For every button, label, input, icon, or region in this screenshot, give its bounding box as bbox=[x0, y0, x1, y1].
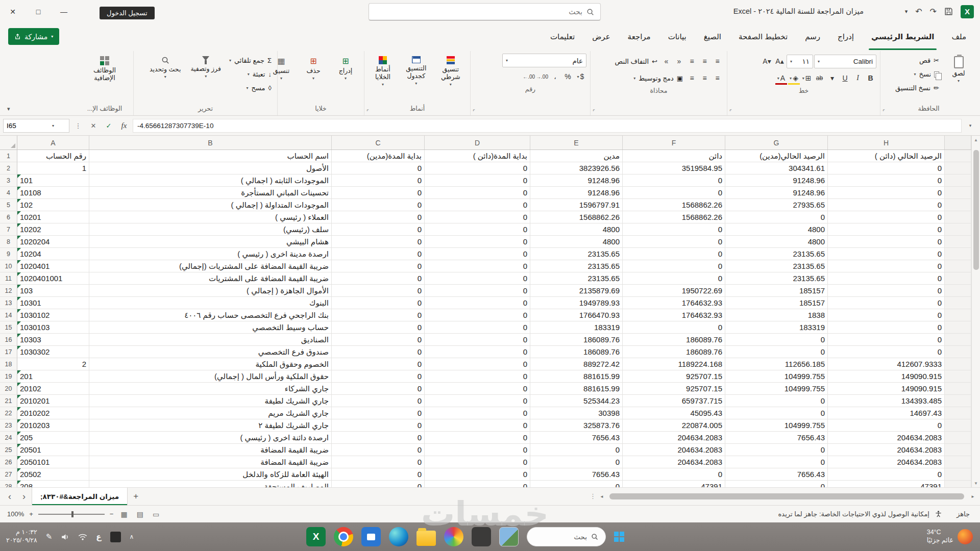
cell-partial-22[interactable] bbox=[945, 407, 971, 419]
row-header-3[interactable]: 3 bbox=[0, 174, 17, 187]
column-header-partial[interactable] bbox=[945, 136, 971, 149]
cell-partial-21[interactable] bbox=[945, 395, 971, 407]
dialog-launcher-icon[interactable]: › bbox=[472, 107, 477, 112]
cell-D12[interactable]: 0 bbox=[425, 285, 530, 297]
cell-A6[interactable]: 10201 bbox=[17, 211, 89, 223]
cell-B25[interactable]: ضريبة القيمة المضافة bbox=[89, 444, 332, 456]
cell-partial-2[interactable] bbox=[945, 162, 971, 174]
row-header-6[interactable]: 6 bbox=[0, 211, 17, 223]
cell-A25[interactable]: 20501 bbox=[17, 444, 89, 456]
cell-A7[interactable]: 10202 bbox=[17, 223, 89, 236]
speaker-icon[interactable] bbox=[61, 533, 69, 541]
cell-partial-1[interactable] bbox=[945, 150, 971, 162]
cell-F25[interactable]: 204634.2083 bbox=[623, 444, 725, 456]
row-header-9[interactable]: 9 bbox=[0, 248, 17, 260]
cell-D9[interactable]: 0 bbox=[425, 248, 530, 260]
chevron-down-icon[interactable]: ▾ bbox=[826, 71, 838, 85]
cell-partial-26[interactable] bbox=[945, 456, 971, 468]
cell-F19[interactable]: 925707.15 bbox=[623, 370, 725, 383]
taskbar-chrome-icon[interactable] bbox=[334, 527, 353, 546]
cell-D26[interactable]: 0 bbox=[425, 456, 530, 468]
cell-H1[interactable]: الرصيد الحالي (دائن ) bbox=[828, 150, 945, 162]
cell-A23[interactable]: 2010203 bbox=[17, 419, 89, 432]
cell-A8[interactable]: 1020204 bbox=[17, 236, 89, 248]
cell-A9[interactable]: 10204 bbox=[17, 248, 89, 260]
cell-C6[interactable]: 0 bbox=[332, 211, 425, 223]
taskbar-search[interactable]: بحث bbox=[527, 527, 606, 546]
cell-partial-4[interactable] bbox=[945, 187, 971, 199]
cell-G17[interactable]: 0 bbox=[725, 346, 828, 358]
row-header-25[interactable]: 25 bbox=[0, 444, 17, 456]
cell-partial-17[interactable] bbox=[945, 346, 971, 358]
strikethrough-button[interactable]: ab bbox=[814, 71, 825, 85]
cell-D25[interactable]: 0 bbox=[425, 444, 530, 456]
cell-A16[interactable]: 10303 bbox=[17, 334, 89, 346]
cell-G11[interactable]: 23135.65 bbox=[725, 272, 828, 285]
wrap-text-button[interactable]: ↩ التفاف النص bbox=[613, 55, 659, 68]
cell-G14[interactable]: 1838 bbox=[725, 309, 828, 321]
cell-D15[interactable]: 0 bbox=[425, 321, 530, 334]
cell-B17[interactable]: صندوق فرع التخصصي bbox=[89, 346, 332, 358]
scrollbar-splitter-icon[interactable]: ⋮ bbox=[590, 492, 596, 500]
cell-E2[interactable]: 3823926.56 bbox=[530, 162, 623, 174]
cell-partial-16[interactable] bbox=[945, 334, 971, 346]
cell-B1[interactable]: اسم الحساب bbox=[89, 150, 332, 162]
cell-B7[interactable]: سلف (رئيسي) bbox=[89, 223, 332, 236]
cell-B6[interactable]: العملاء ( رئيسي ) bbox=[89, 211, 332, 223]
cell-B28[interactable]: المصاريف المستحقة bbox=[89, 481, 332, 487]
cell-A18[interactable]: 2 bbox=[17, 358, 89, 370]
add-sheet-button[interactable]: + bbox=[129, 489, 143, 504]
row-header-20[interactable]: 20 bbox=[0, 383, 17, 395]
cell-H23[interactable]: 0 bbox=[828, 419, 945, 432]
cell-F8[interactable]: 0 bbox=[623, 236, 725, 248]
cell-B12[interactable]: الأموال الجاهزة ( إجمالي ) bbox=[89, 285, 332, 297]
tab-4[interactable]: تخطيط الصفحة bbox=[730, 23, 796, 50]
tab-0[interactable]: ملف bbox=[943, 23, 975, 50]
cell-C14[interactable]: 0 bbox=[332, 309, 425, 321]
cell-E15[interactable]: 183319 bbox=[530, 321, 623, 334]
cell-B3[interactable]: الموجودات الثابته ( اجمالي ) bbox=[89, 174, 332, 187]
cell-D20[interactable]: 0 bbox=[425, 383, 530, 395]
cell-E8[interactable]: 4800 bbox=[530, 236, 623, 248]
cell-E3[interactable]: 91248.96 bbox=[530, 174, 623, 187]
cell-H6[interactable]: 0 bbox=[828, 211, 945, 223]
cell-C24[interactable]: 0 bbox=[332, 432, 425, 444]
cell-E16[interactable]: 186089.76 bbox=[530, 334, 623, 346]
cell-C16[interactable]: 0 bbox=[332, 334, 425, 346]
cell-B27[interactable]: الهيئة العامة للزكاه والدلخل bbox=[89, 468, 332, 481]
cell-B20[interactable]: جاري الشركاء bbox=[89, 383, 332, 395]
row-header-19[interactable]: 19 bbox=[0, 370, 17, 383]
cell-F12[interactable]: 1950722.69 bbox=[623, 285, 725, 297]
expand-formula-bar-icon[interactable]: ▾ bbox=[964, 119, 977, 133]
cell-G6[interactable]: 0 bbox=[725, 211, 828, 223]
tab-7[interactable]: مراجعة bbox=[619, 23, 659, 50]
row-header-23[interactable]: 23 bbox=[0, 419, 17, 432]
scroll-right-icon[interactable]: ► bbox=[971, 494, 975, 499]
titlebar-search[interactable] bbox=[369, 3, 601, 20]
cell-A2[interactable]: 1 bbox=[17, 162, 89, 174]
tab-3[interactable]: رسم bbox=[796, 23, 829, 50]
cell-B13[interactable]: البنوك bbox=[89, 297, 332, 309]
row-header-22[interactable]: 22 bbox=[0, 407, 17, 419]
underline-button[interactable]: U bbox=[839, 71, 851, 85]
next-sheet-icon[interactable]: › bbox=[17, 491, 31, 502]
cell-F24[interactable]: 204634.2083 bbox=[623, 432, 725, 444]
row-header-10[interactable]: 10 bbox=[0, 260, 17, 272]
cell-C4[interactable]: 0 bbox=[332, 187, 425, 199]
cell-C12[interactable]: 0 bbox=[332, 285, 425, 297]
cell-F21[interactable]: 659737.715 bbox=[623, 395, 725, 407]
cell-E28[interactable]: 0 bbox=[530, 481, 623, 487]
cell-E9[interactable]: 23135.65 bbox=[530, 248, 623, 260]
cell-C1[interactable]: بداية المدة(مدين) bbox=[332, 150, 425, 162]
cell-A10[interactable]: 1020401 bbox=[17, 260, 89, 272]
row-header-4[interactable]: 4 bbox=[0, 187, 17, 199]
name-box-input[interactable] bbox=[7, 122, 50, 130]
cell-A20[interactable]: 20102 bbox=[17, 383, 89, 395]
search-input[interactable] bbox=[375, 8, 582, 16]
cell-H10[interactable]: 0 bbox=[828, 260, 945, 272]
cell-partial-27[interactable] bbox=[945, 468, 971, 481]
align-center-icon[interactable]: ≡ bbox=[699, 71, 710, 85]
cell-D5[interactable]: 0 bbox=[425, 199, 530, 211]
align-middle-icon[interactable]: ≡ bbox=[699, 55, 710, 68]
cell-C10[interactable]: 0 bbox=[332, 260, 425, 272]
